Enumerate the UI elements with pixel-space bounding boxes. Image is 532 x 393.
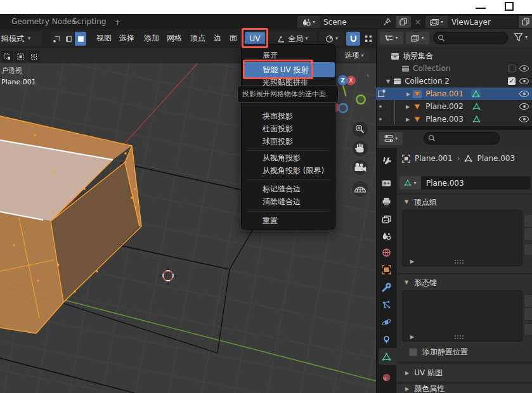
tab-constraints[interactable] <box>379 332 394 347</box>
tab-tool[interactable] <box>379 153 394 168</box>
expand-arrow-icon[interactable]: ▶ <box>406 91 410 97</box>
breadcrumb-object[interactable]: Plane.001 <box>415 154 453 163</box>
panel-expand-icon[interactable]: ▼ <box>405 280 408 285</box>
outliner-display-mode-dropdown[interactable]: ▾ <box>380 32 403 44</box>
shape-keys-list[interactable]: ▶ <box>402 290 522 342</box>
row-plane-003[interactable]: ▶ Plane.003 <box>376 113 532 126</box>
menu-item-clear-seam[interactable]: 清除缝合边 <box>242 195 335 208</box>
perspective-toggle-button[interactable] <box>353 181 368 196</box>
scene-new-button[interactable] <box>396 16 411 28</box>
menu-mesh[interactable]: 网格 <box>167 33 182 44</box>
vertex-group-specials-button[interactable] <box>524 243 532 255</box>
menu-add[interactable]: 添加 <box>144 33 159 44</box>
menu-edge[interactable]: 边 <box>214 33 221 44</box>
properties-editor-type-dropdown[interactable]: ▾ <box>379 132 403 145</box>
tab-particles[interactable] <box>379 297 394 312</box>
window-maximize-icon[interactable] <box>505 2 514 11</box>
expand-arrow-icon[interactable]: ▼ <box>386 79 390 84</box>
tab-world[interactable] <box>379 245 394 260</box>
menu-item-reset[interactable]: 重置 <box>242 214 335 227</box>
snap-magnet-toggle[interactable] <box>346 32 360 46</box>
shape-key-remove-button[interactable] <box>524 307 532 321</box>
snap-target-dropdown[interactable]: ▾ <box>319 32 344 46</box>
select-mode-extend-button[interactable] <box>15 51 27 62</box>
object-hide-icon[interactable] <box>519 103 529 110</box>
tab-render[interactable] <box>379 176 394 191</box>
list-expand-icon[interactable]: ▶ <box>410 334 414 340</box>
transform-orientation-dropdown[interactable]: 全局 ▾ <box>269 32 316 46</box>
scene-unlink-button[interactable]: × <box>413 16 423 28</box>
window-minimize-icon[interactable] <box>476 8 486 9</box>
tab-scene[interactable] <box>379 229 394 244</box>
tab-object[interactable] <box>379 262 394 277</box>
expand-arrow-icon[interactable]: ▶ <box>406 117 410 122</box>
collection-hide-icon[interactable] <box>519 65 529 72</box>
menu-item-cylinder-projection[interactable]: 柱面投影 <box>242 122 335 135</box>
menu-item-project-from-view-bounds[interactable]: 从视角投影 (限界) <box>242 164 335 177</box>
vertex-group-add-button[interactable] <box>524 214 532 228</box>
shape-key-specials-button[interactable] <box>524 323 532 335</box>
menu-vertex[interactable]: 顶点 <box>190 33 205 44</box>
face-select-button[interactable] <box>75 32 86 46</box>
vertex-select-button[interactable] <box>51 32 62 46</box>
tab-geometry-nodes[interactable]: Geometry Nodes <box>11 17 75 26</box>
scene-name-field[interactable]: Scene <box>320 16 395 28</box>
row-collection[interactable]: Collection <box>376 62 532 75</box>
pin-icon[interactable] <box>383 18 391 26</box>
vertex-groups-list[interactable]: ▶ <box>402 210 522 266</box>
breadcrumb-data[interactable]: Plane.003 <box>477 154 515 163</box>
tab-material[interactable] <box>379 370 394 385</box>
row-plane-002[interactable]: ▶ Plane.002 <box>376 100 532 113</box>
uv-maps-panel-header[interactable]: ▶ UV 贴图 <box>396 364 532 382</box>
list-expand-icon[interactable]: ▶ <box>410 259 414 264</box>
mesh-datablock-dropdown[interactable]: ▾ <box>399 176 421 190</box>
mode-dropdown[interactable]: 辑模式 ▾ <box>0 32 42 46</box>
menu-face[interactable]: 面 <box>230 33 237 44</box>
collection-hide-icon[interactable] <box>519 78 529 84</box>
tool-options-dropdown[interactable]: 选项 ▾ <box>339 50 370 61</box>
select-mode-subtract-button[interactable] <box>28 51 40 62</box>
tab-object-data[interactable] <box>379 349 394 364</box>
viewlayer-name-field[interactable]: ViewLayer <box>448 16 517 28</box>
tab-view-layer[interactable] <box>379 212 394 227</box>
collection-exclude-checkbox[interactable]: ✓ <box>508 77 516 85</box>
region-collapse-icon[interactable]: ‹ <box>367 71 369 79</box>
edit-mesh-object[interactable] <box>0 116 141 333</box>
vertex-group-remove-button[interactable] <box>524 228 532 241</box>
viewlayer-type-dropdown[interactable]: ▾ <box>425 16 448 28</box>
resize-grip-icon[interactable] <box>455 335 465 340</box>
edge-select-button[interactable] <box>63 32 74 46</box>
zoom-button[interactable] <box>353 122 368 137</box>
outliner-search-input[interactable] <box>433 32 508 44</box>
menu-item-project-from-view[interactable]: 从视角投影 <box>242 151 335 164</box>
expand-arrow-icon[interactable]: ▶ <box>406 104 410 110</box>
menu-view[interactable]: 视图 <box>96 33 112 44</box>
outliner-filter-dropdown[interactable]: ▾ <box>406 32 429 44</box>
scene-type-dropdown[interactable]: ▾ <box>297 16 320 28</box>
tab-modifiers[interactable] <box>379 280 394 295</box>
collection-exclude-checkbox[interactable] <box>508 65 516 72</box>
row-collection-2[interactable]: ▼ Collection 2 ✓ <box>376 75 532 87</box>
row-plane-001[interactable]: ▶ Plane.001 <box>376 87 532 100</box>
shape-key-add-button[interactable] <box>524 294 532 307</box>
shape-keys-panel-header[interactable]: 形态键 <box>414 278 437 288</box>
outliner-filter-funnel-button[interactable]: ▾ <box>514 32 528 42</box>
properties-search-input[interactable] <box>424 132 500 145</box>
proportional-editing-button[interactable] <box>362 32 375 46</box>
tab-scripting[interactable]: Scripting <box>72 17 106 26</box>
resize-grip-icon[interactable] <box>455 260 465 264</box>
object-hide-icon[interactable] <box>519 116 529 122</box>
menu-item-sphere-projection[interactable]: 球面投影 <box>242 135 335 148</box>
tab-physics[interactable] <box>379 314 394 330</box>
panel-expand-icon[interactable]: ▼ <box>405 199 408 205</box>
vertex-groups-panel-header[interactable]: 顶点组 <box>414 197 437 208</box>
add-rest-position-checkbox[interactable] <box>409 348 417 356</box>
menu-item-cube-projection[interactable]: 块面投影 <box>242 110 335 122</box>
menu-item-mark-seam[interactable]: 标记缝合边 <box>242 183 335 195</box>
row-scene-collection[interactable]: 场景集合 <box>376 49 532 62</box>
viewlayer-new-button[interactable] <box>519 16 532 28</box>
tab-output[interactable] <box>379 194 394 209</box>
camera-view-button[interactable] <box>353 160 368 175</box>
select-mode-set-button[interactable] <box>1 51 13 62</box>
mesh-name-input[interactable]: Plane.003 <box>421 176 531 190</box>
